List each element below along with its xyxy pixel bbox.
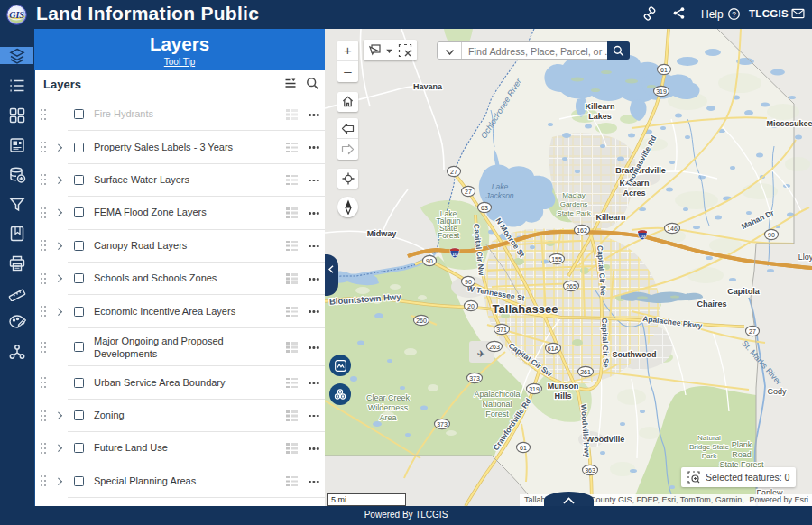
svg-text:20: 20: [467, 303, 475, 309]
svg-text:Killearn: Killearn: [595, 213, 625, 222]
svg-text:Havana: Havana: [413, 82, 443, 91]
svg-text:Plank: Plank: [732, 440, 752, 449]
svg-text:Lakes: Lakes: [588, 112, 612, 121]
svg-text:63: 63: [481, 205, 488, 211]
svg-text:Miccosukee: Miccosukee: [766, 119, 812, 128]
svg-text:National: National: [482, 400, 512, 409]
svg-text:Lloy: Lloy: [798, 253, 812, 262]
svg-text:Munson: Munson: [548, 382, 579, 391]
svg-text:GIS: GIS: [9, 9, 24, 19]
svg-text:Capital Cir Se: Capital Cir Se: [600, 318, 611, 368]
svg-text:Tallahassee: Tallahassee: [493, 302, 558, 316]
svg-text:319: 319: [656, 88, 667, 95]
svg-text:Hills: Hills: [554, 391, 571, 401]
svg-text:261: 261: [580, 369, 591, 375]
svg-text:10: 10: [452, 252, 457, 257]
svg-text:260: 260: [416, 318, 427, 324]
svg-text:Southwood: Southwood: [613, 350, 657, 359]
svg-text:Acres: Acres: [623, 189, 645, 198]
svg-text:319: 319: [529, 386, 540, 392]
svg-text:265: 265: [566, 283, 577, 290]
svg-text:Road: Road: [732, 450, 752, 459]
svg-text:Park: Park: [702, 452, 717, 460]
svg-text:Killearn: Killearn: [585, 102, 614, 111]
svg-text:27: 27: [465, 189, 472, 195]
svg-text:27: 27: [450, 169, 457, 175]
svg-text:Forest: Forest: [438, 231, 460, 240]
svg-text:Woodville: Woodville: [586, 435, 624, 444]
svg-text:Lake: Lake: [492, 182, 509, 191]
svg-text:Capitola: Capitola: [727, 287, 760, 296]
svg-text:Maclay: Maclay: [562, 191, 585, 199]
svg-text:61: 61: [660, 67, 668, 73]
svg-text:363: 363: [585, 467, 595, 474]
svg-text:Apalachicola: Apalachicola: [474, 390, 520, 399]
svg-text:Jackson: Jackson: [484, 191, 513, 200]
svg-text:263: 263: [489, 344, 500, 350]
svg-text:162: 162: [577, 227, 587, 234]
svg-text:27: 27: [749, 328, 756, 335]
svg-text:Natural: Natural: [697, 434, 721, 442]
svg-text:State Park: State Park: [557, 209, 591, 217]
svg-text:Area: Area: [379, 413, 396, 422]
svg-text:146: 146: [667, 226, 678, 232]
svg-text:✈: ✈: [476, 348, 484, 359]
svg-text:Clear Creek: Clear Creek: [366, 393, 411, 402]
svg-text:155: 155: [551, 256, 562, 262]
svg-text:Gardens: Gardens: [560, 200, 588, 208]
svg-text:Cody: Cody: [767, 387, 787, 396]
svg-text:373: 373: [469, 375, 480, 382]
svg-text:371: 371: [496, 327, 507, 333]
svg-text:61A: 61A: [548, 345, 559, 352]
svg-text:90: 90: [426, 258, 433, 264]
svg-text:61: 61: [520, 445, 527, 451]
svg-text:Forest: Forest: [485, 410, 509, 419]
svg-text:Wilderness: Wilderness: [368, 403, 409, 412]
svg-text:10: 10: [640, 234, 645, 239]
svg-text:Chaires: Chaires: [697, 299, 726, 309]
svg-text:90: 90: [465, 279, 472, 285]
svg-text:Bridge State: Bridge State: [689, 443, 730, 451]
svg-text:?: ?: [732, 10, 736, 19]
svg-text:90: 90: [768, 232, 775, 238]
svg-text:373: 373: [437, 421, 448, 428]
svg-text:Midway: Midway: [367, 229, 397, 238]
